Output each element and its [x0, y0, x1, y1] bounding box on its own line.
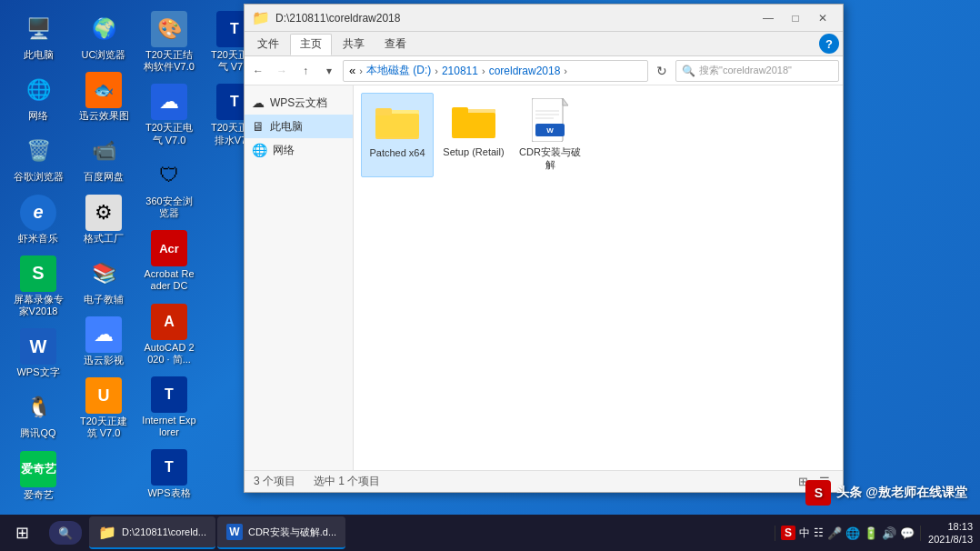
back-button[interactable]: ← [248, 61, 268, 81]
taskbar-search-icon: 🔍 [58, 526, 73, 540]
datetime-display[interactable]: 18:13 2021/8/13 [928, 520, 973, 546]
brand-logo: S [805, 480, 831, 506]
desktop-icon-geshi[interactable]: ⚙ 格式工厂 [73, 191, 135, 248]
refresh-button[interactable]: ↻ [652, 61, 672, 81]
brand-text: 头条 @敖老师在线课堂 [836, 485, 967, 501]
tray-icon-mic[interactable]: 🎤 [827, 526, 842, 540]
selected-count: 选中 1 个项目 [314, 474, 380, 489]
taskbar-item-explorer[interactable]: 📁 D:\210811\coreld... [89, 516, 215, 549]
minimize-button[interactable]: — [755, 8, 781, 28]
tab-share[interactable]: 共享 [334, 33, 374, 55]
taskbar-search-box[interactable]: 🔍 [49, 521, 82, 545]
desktop: 🖥️ 此电脑 🌐 网络 🗑️ 谷歌浏览器 e 虾米音乐 S 屏幕录像专家V201… [0, 0, 980, 551]
taskbar-item-word[interactable]: W CDR安装与破解.d... [217, 516, 345, 549]
sogou-icon[interactable]: S [781, 526, 795, 540]
file-item-patched[interactable]: Patched x64 [361, 93, 434, 177]
content-area: Patched x64 Setup (Retail) [354, 85, 843, 470]
desktop-icon-autocad[interactable]: A AutoCAD 2020 · 简... [138, 300, 200, 369]
desktop-icon-baidu[interactable]: ☁ T20天正电气 V7.0 [138, 80, 200, 149]
pc-icon: 🖥 [252, 119, 265, 134]
desktop-icon-pinte[interactable]: 📹 百度网盘 [73, 129, 135, 186]
file-grid: Patched x64 Setup (Retail) [361, 93, 835, 177]
start-button[interactable]: ⊞ [0, 515, 44, 551]
notification-area: S 中 ☷ 🎤 🌐 🔋 🔊 💬 [775, 526, 921, 541]
desktop-icon-t20jz[interactable]: T Internet Explorer [138, 373, 200, 442]
tray-icon-msg[interactable]: 💬 [900, 526, 915, 540]
folder-icon-setup [452, 98, 495, 142]
status-bar: 3 个项目 选中 1 个项目 ⊞ ☰ [245, 470, 843, 492]
wps-cloud-icon: ☁ [252, 95, 265, 110]
ribbon-tab-bar: 文件 主页 共享 查看 ? [245, 32, 843, 55]
desktop-icon-iqiyi[interactable]: 爱奇艺 爱奇艺 [7, 447, 69, 505]
svg-text:W: W [546, 126, 554, 135]
tab-view[interactable]: 查看 [375, 33, 415, 55]
forward-button[interactable]: → [272, 61, 292, 81]
address-bar: ← → ↑ ▾ « › 本地磁盘 (D:) › 210811 › coreldr… [245, 56, 843, 85]
desktop-icon-xiami[interactable]: 🐟 迅云效果图 [73, 68, 135, 125]
watermark: S 头条 @敖老师在线课堂 [805, 480, 967, 506]
tab-home[interactable]: 主页 [290, 34, 332, 55]
item-count: 3 个项目 [254, 474, 295, 489]
search-icon: 🔍 [682, 65, 695, 77]
sidebar-item-network[interactable]: 🌐 网络 [245, 138, 353, 162]
sidebar: ☁ WPS云文档 🖥 此电脑 🌐 网络 [245, 85, 354, 470]
search-box[interactable]: 🔍 搜索"coreldraw2018" [675, 60, 839, 82]
close-button[interactable]: ✕ [810, 8, 835, 28]
svg-rect-2 [375, 114, 419, 137]
file-name-setup: Setup (Retail) [443, 145, 504, 158]
desktop-icon-t20jg[interactable]: T WPS表格 [138, 446, 200, 503]
desktop-icon-qq[interactable]: 🐧 腾讯QQ [7, 386, 69, 443]
file-name-cdr: CDR安装与破解 [517, 145, 583, 172]
tray-icon-vol[interactable]: 🔊 [882, 526, 896, 540]
svg-rect-7 [452, 107, 468, 115]
sidebar-item-wps-cloud[interactable]: ☁ WPS云文档 [245, 91, 353, 115]
help-button[interactable]: ? [819, 34, 839, 54]
explorer-body: ☁ WPS云文档 🖥 此电脑 🌐 网络 [245, 85, 843, 470]
desktop-icon-acrobat[interactable]: Acr Acrobat Reader DC [138, 226, 200, 296]
tray-icon-2[interactable]: ☷ [814, 526, 824, 539]
desktop-icon-360[interactable]: 🌍 UC浏览器 [73, 7, 135, 65]
desktop-icon-yunkan[interactable]: ☁ 迅云影视 [73, 313, 135, 370]
up-button[interactable]: ↑ [295, 61, 315, 81]
svg-rect-3 [375, 108, 392, 115]
explorer-window: 📁 D:\210811\coreldraw2018 — □ ✕ 文件 主页 共享… [244, 4, 844, 493]
desktop-icon-edu[interactable]: 📚 电子教辅 [73, 252, 135, 309]
title-bar: 📁 D:\210811\coreldraw2018 — □ ✕ [245, 5, 843, 32]
recent-button[interactable]: ▾ [319, 61, 339, 81]
taskbar-tray: S 中 ☷ 🎤 🌐 🔋 🔊 💬 18:13 2021/8/13 [775, 520, 980, 546]
window-controls: — □ ✕ [755, 8, 835, 28]
network-icon: 🌐 [252, 143, 267, 157]
desktop-icon-uc[interactable]: U T20天正建筑 V7.0 [73, 374, 135, 443]
taskbar-word-icon: W [226, 524, 243, 540]
folder-icon-patched [375, 99, 419, 143]
address-path[interactable]: « › 本地磁盘 (D:) › 210811 › coreldraw2018 › [343, 60, 648, 82]
sidebar-item-this-pc[interactable]: 🖥 此电脑 [245, 115, 353, 138]
window-title: D:\210811\coreldraw2018 [275, 12, 755, 25]
maximize-button[interactable]: □ [783, 8, 808, 28]
desktop-icon-wps[interactable]: S 屏幕录像专家V2018 [7, 252, 69, 321]
cdr-file-icon: W [528, 98, 572, 142]
desktop-icon-grid: 🖥️ 此电脑 🌐 网络 🗑️ 谷歌浏览器 e 虾米音乐 S 屏幕录像专家V201… [7, 7, 255, 507]
file-item-cdr[interactable]: W CDR安装与破解 [514, 93, 586, 177]
file-item-setup[interactable]: Setup (Retail) [437, 93, 510, 177]
desktop-icon-network[interactable]: 🌐 网络 [7, 68, 69, 125]
desktop-icon-wpsw[interactable]: W WPS文字 [7, 325, 69, 382]
desktop-icon-ie[interactable]: e 虾米音乐 [7, 191, 69, 248]
tab-file[interactable]: 文件 [248, 33, 288, 55]
taskbar-explorer-icon: 📁 [98, 524, 116, 541]
taskbar-items: 📁 D:\210811\coreld... W CDR安装与破解.d... [82, 516, 775, 549]
ribbon: 文件 主页 共享 查看 ? [245, 32, 843, 56]
desktop-icon-360an[interactable]: 🛡 360安全浏览器 [138, 154, 200, 223]
path-segment-coreldraw[interactable]: coreldraw2018 [489, 65, 561, 77]
file-name-patched: Patched x64 [369, 146, 425, 159]
tray-icon-bat[interactable]: 🔋 [864, 526, 878, 540]
path-segment-210811[interactable]: 210811 [442, 65, 478, 77]
ime-status[interactable]: 中 [799, 526, 810, 541]
svg-rect-6 [452, 113, 495, 136]
desktop-icon-pc[interactable]: 🖥️ 此电脑 [7, 7, 69, 65]
desktop-icon-recycle[interactable]: 🗑️ 谷歌浏览器 [7, 129, 69, 186]
tray-icon-net[interactable]: 🌐 [845, 526, 860, 540]
desktop-icon-yun2[interactable]: 🎨 T20天正结构软件V7.0 [138, 7, 200, 76]
window-icon: 📁 [252, 9, 270, 26]
path-segment-d[interactable]: 本地磁盘 (D:) [366, 63, 431, 78]
